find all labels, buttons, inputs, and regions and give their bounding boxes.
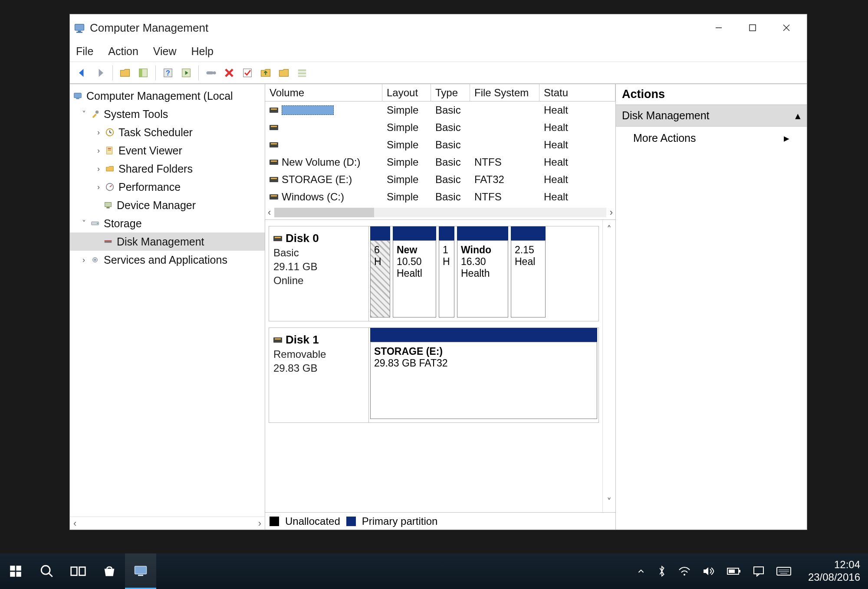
actions-group[interactable]: Disk Management ▴: [616, 105, 807, 127]
delete-button[interactable]: [221, 65, 237, 81]
scroll-up-icon[interactable]: ˄: [607, 224, 612, 236]
partition-box[interactable]: New10.50Healtl: [393, 240, 436, 317]
chevron-right-icon[interactable]: ›: [94, 128, 103, 137]
store-button[interactable]: [94, 553, 125, 589]
list-view-button[interactable]: [294, 65, 310, 81]
tree-shared-folders[interactable]: › Shared Folders: [70, 160, 265, 178]
disk-row[interactable]: Disk 1Removable29.83 GBSTORAGE (E:)29.83…: [269, 327, 599, 423]
drive-icon: [270, 125, 278, 130]
action-center-icon[interactable]: [753, 566, 765, 577]
scroll-left-icon[interactable]: ‹: [268, 207, 271, 218]
volume-row[interactable]: Windows (C:)SimpleBasicNTFSHealt: [265, 188, 615, 206]
properties-button[interactable]: [135, 65, 151, 81]
menu-help[interactable]: Help: [191, 45, 214, 58]
partition-box[interactable]: 2.15Heal: [511, 240, 546, 317]
task-view-button[interactable]: [62, 553, 94, 589]
volume-status: Healt: [539, 120, 615, 135]
tool-button[interactable]: [203, 65, 219, 81]
taskbar-clock[interactable]: 12:04 23/08/2016: [800, 559, 868, 584]
more-actions-item[interactable]: More Actions ▸: [616, 127, 807, 150]
bluetooth-icon[interactable]: [657, 565, 667, 578]
scroll-right-icon[interactable]: ›: [258, 518, 261, 529]
chevron-right-icon[interactable]: ›: [94, 164, 103, 173]
back-button[interactable]: [74, 65, 90, 81]
tree-storage[interactable]: ˅ Storage: [70, 214, 265, 232]
chevron-right-icon[interactable]: ›: [94, 183, 103, 192]
volume-list[interactable]: Volume Layout Type File System Statu Sim…: [265, 84, 615, 220]
volume-row[interactable]: SimpleBasicHealt: [265, 101, 615, 119]
volume-row[interactable]: STORAGE (E:)SimpleBasicFAT32Healt: [265, 171, 615, 188]
navigation-tree[interactable]: Computer Management (Local ˅ System Tool…: [70, 84, 265, 517]
tree-event-viewer[interactable]: › Event Viewer: [70, 141, 265, 160]
col-status[interactable]: Statu: [539, 84, 615, 101]
volume-type: Basic: [431, 172, 470, 187]
tree-root[interactable]: Computer Management (Local: [70, 87, 265, 105]
disk-vertical-scrollbar[interactable]: ˄ ˅: [602, 220, 615, 512]
tree-disk-management[interactable]: Disk Management: [70, 232, 265, 251]
volume-row[interactable]: SimpleBasicHealt: [265, 119, 615, 136]
volume-horizontal-scrollbar[interactable]: ‹ ›: [265, 206, 615, 219]
folder-up-button[interactable]: [258, 65, 273, 81]
minimize-button[interactable]: [702, 14, 736, 41]
maximize-button[interactable]: [736, 14, 769, 41]
scroll-down-icon[interactable]: ˅: [607, 497, 612, 508]
primary-swatch: [346, 517, 356, 526]
volume-type: Basic: [431, 102, 470, 118]
event-viewer-icon: [105, 145, 115, 156]
tray-chevron-icon[interactable]: [636, 566, 646, 576]
tree-system-tools[interactable]: ˅ System Tools: [70, 105, 265, 123]
tree-performance[interactable]: › Performance: [70, 178, 265, 196]
disk-row[interactable]: Disk 0Basic29.11 GBOnline6HNew10.50Healt…: [269, 226, 599, 321]
chevron-down-icon[interactable]: ˅: [79, 109, 88, 119]
battery-icon[interactable]: [727, 566, 741, 576]
forward-button[interactable]: [92, 65, 108, 81]
col-layout[interactable]: Layout: [382, 84, 431, 101]
partition-box[interactable]: 1H: [439, 240, 454, 317]
start-button[interactable]: [0, 553, 31, 589]
tree-device-manager[interactable]: Device Manager: [70, 196, 265, 214]
folder-search-button[interactable]: [276, 65, 292, 81]
scroll-thumb[interactable]: [274, 208, 374, 217]
chevron-right-icon[interactable]: ›: [94, 146, 103, 155]
wifi-icon[interactable]: [678, 566, 691, 577]
chevron-right-icon: ▸: [784, 132, 789, 144]
close-button[interactable]: [769, 14, 803, 41]
chevron-right-icon[interactable]: ›: [79, 255, 88, 265]
menu-action[interactable]: Action: [108, 45, 138, 58]
scroll-track[interactable]: [274, 208, 606, 217]
selected-volume: [282, 105, 334, 115]
partition-box[interactable]: 6H: [370, 240, 390, 317]
partition-box[interactable]: STORAGE (E:)29.83 GB FAT32: [370, 342, 597, 419]
svg-rect-36: [10, 566, 15, 570]
volume-icon[interactable]: [702, 566, 715, 577]
volume-list-header[interactable]: Volume Layout Type File System Statu: [265, 84, 615, 101]
search-button[interactable]: [31, 553, 62, 589]
taskbar-computer-management[interactable]: [125, 553, 156, 589]
menu-file[interactable]: File: [76, 45, 93, 58]
partition-box[interactable]: Windo16.30Health: [457, 240, 508, 317]
volume-row[interactable]: SimpleBasicHealt: [265, 136, 615, 154]
scroll-left-icon[interactable]: ‹: [73, 518, 76, 529]
scroll-right-icon[interactable]: ›: [610, 207, 613, 218]
disk-info: Disk 1Removable29.83 GB: [269, 328, 369, 422]
refresh-button[interactable]: [178, 65, 194, 81]
col-filesystem[interactable]: File System: [470, 84, 539, 101]
tree-task-scheduler[interactable]: › Task Scheduler: [70, 123, 265, 141]
toolbar-separator: [112, 65, 113, 80]
check-button[interactable]: [240, 65, 255, 81]
volume-row[interactable]: New Volume (D:)SimpleBasicNTFSHealt: [265, 154, 615, 171]
center-panel: Volume Layout Type File System Statu Sim…: [265, 84, 616, 530]
keyboard-icon[interactable]: [776, 566, 792, 577]
svg-point-35: [94, 259, 96, 261]
help-button[interactable]: ?: [160, 65, 176, 81]
volume-filesystem: [470, 143, 539, 147]
menu-view[interactable]: View: [153, 45, 177, 58]
chevron-down-icon[interactable]: ˅: [79, 219, 88, 228]
col-volume[interactable]: Volume: [265, 84, 382, 101]
col-type[interactable]: Type: [431, 84, 470, 101]
up-button[interactable]: [117, 65, 133, 81]
tree-horizontal-scrollbar[interactable]: ‹ ›: [70, 517, 265, 530]
svg-rect-2: [76, 32, 82, 33]
partition-line: Health: [461, 268, 504, 279]
tree-services-applications[interactable]: › Services and Applications: [70, 251, 265, 269]
